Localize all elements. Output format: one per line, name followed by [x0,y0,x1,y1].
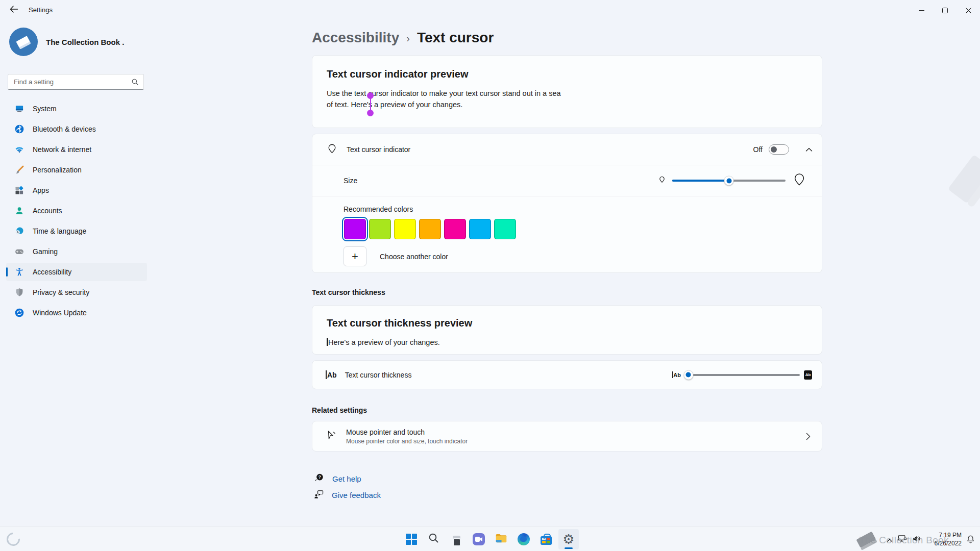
give-feedback-row[interactable]: Give feedback [314,489,381,501]
gamepad-icon [14,246,24,257]
chat-button[interactable] [469,529,489,549]
thickness-preview-text-wrap: Here's a preview of your changes. [327,337,807,348]
size-row: Size [312,165,822,196]
window-title: Settings [29,6,53,14]
taskbar-search-button[interactable] [424,529,444,549]
thickness-slider-thumb[interactable] [683,370,693,380]
store-icon [541,536,552,545]
size-slider-thumb[interactable] [724,176,734,186]
text-cursor-indicator-preview-glyph [367,92,374,118]
related-item-title: Mouse pointer and touch [346,428,468,436]
close-button[interactable] [957,0,980,20]
sidebar-item-gaming[interactable]: Gaming [6,242,147,261]
thickness-preview-title: Text cursor thickness preview [327,317,807,329]
sidebar-item-time-language[interactable]: Time & language [6,222,147,240]
edge-icon [518,533,530,545]
size-slider[interactable] [672,176,786,185]
sidebar-item-accessibility[interactable]: Accessibility [6,263,147,281]
thick-ab-icon: Ab [804,370,812,380]
store-button[interactable] [536,529,556,549]
color-swatch-teal[interactable] [494,219,516,239]
book-icon [15,33,32,51]
chevron-up-icon[interactable] [805,145,813,154]
color-swatch-orange[interactable] [419,219,441,239]
titlebar: Settings [0,0,980,20]
sidebar-item-bluetooth[interactable]: Bluetooth & devices [6,120,147,138]
color-swatch-pink[interactable] [444,219,466,239]
color-swatch-yellow[interactable] [394,219,416,239]
indicator-row-label: Text cursor indicator [347,145,410,154]
update-icon [14,308,24,318]
file-explorer-button[interactable] [491,529,511,549]
apps-icon [14,185,24,195]
minimize-button[interactable] [910,0,933,20]
sidebar-item-network[interactable]: Network & internet [6,140,147,159]
accessibility-icon [14,267,24,277]
edge-button[interactable] [513,529,534,549]
network-icon[interactable] [898,535,907,545]
bluetooth-icon [14,124,24,134]
indicator-preview-card: Text cursor indicator preview Use the te… [312,55,822,128]
user-profile[interactable]: The Collection Book . [9,28,124,56]
maximize-button[interactable] [933,0,957,20]
sidebar-item-label: Privacy & security [33,288,89,296]
sidebar: The Collection Book . System Bluetooth &… [0,20,153,527]
hidden-icons-chevron[interactable] [887,535,893,544]
text-caret [327,338,328,346]
back-arrow-icon [10,6,18,15]
sidebar-item-windows-update[interactable]: Windows Update [6,304,147,322]
page-title: Text cursor [417,30,494,46]
brush-icon [14,165,24,175]
thin-cursor-ab-icon: Ab [326,370,337,379]
breadcrumb-parent[interactable]: Accessibility [312,30,399,46]
recommended-colors-label: Recommended colors [344,205,822,213]
color-swatch-green[interactable] [369,219,391,239]
breadcrumb-separator: › [406,31,410,44]
search-input[interactable] [8,78,131,86]
get-help-row[interactable]: ? Get help [315,473,361,484]
search-icon [131,78,139,86]
settings-button[interactable]: ⚙ [558,529,579,549]
gear-icon: ⚙ [562,533,574,546]
sidebar-item-label: Personalization [33,166,82,174]
sidebar-nav: System Bluetooth & devices Network & int… [6,99,147,324]
color-swatch-purple[interactable] [344,219,366,239]
indicator-toggle-row[interactable]: Text cursor indicator Off [312,134,822,165]
tray-date-value: 6/26/2022 [935,539,962,547]
thickness-preview-card: Text cursor thickness preview Here's a p… [312,305,822,355]
volume-icon[interactable] [912,535,921,545]
size-label: Size [344,177,357,185]
sidebar-item-system[interactable]: System [6,99,147,118]
notification-bell-icon[interactable] [966,535,975,545]
svg-text:?: ? [318,474,321,480]
start-button[interactable] [401,529,422,549]
content-watermark [931,138,980,221]
related-settings-heading: Related settings [312,406,367,414]
help-icon: ? [315,473,324,484]
sidebar-item-privacy[interactable]: Privacy & security [6,283,147,302]
back-button[interactable] [5,2,22,18]
thickness-slider[interactable] [685,370,800,380]
drop-indicator-icon [327,143,337,156]
sidebar-item-personalization[interactable]: Personalization [6,161,147,179]
sidebar-item-label: Accessibility [33,268,71,276]
task-view-button[interactable] [446,529,467,549]
shield-icon [14,287,24,297]
mouse-pointer-touch-row[interactable]: Mouse pointer and touch Mouse pointer co… [312,421,822,452]
related-item-subtitle: Mouse pointer color and size, touch indi… [346,438,468,445]
tray-clock[interactable]: 7:19 PM 6/26/2022 [935,531,962,547]
add-color-button[interactable]: + [344,246,366,266]
color-swatch-blue[interactable] [469,219,491,239]
indicator-toggle[interactable] [769,144,789,155]
give-feedback-link[interactable]: Give feedback [332,491,381,499]
get-help-link[interactable]: Get help [332,474,361,483]
sidebar-item-accounts[interactable]: Accounts [6,202,147,220]
thickness-row-label: Text cursor thickness [345,371,412,379]
wifi-icon [14,144,24,155]
taskbar-corner-logo [4,530,23,549]
recommended-colors-section: Recommended colors + Choose another colo… [312,196,822,272]
chevron-right-icon [806,433,811,440]
sidebar-item-apps[interactable]: Apps [6,181,147,199]
search-box[interactable] [8,74,144,90]
sidebar-item-label: Network & internet [33,145,91,154]
